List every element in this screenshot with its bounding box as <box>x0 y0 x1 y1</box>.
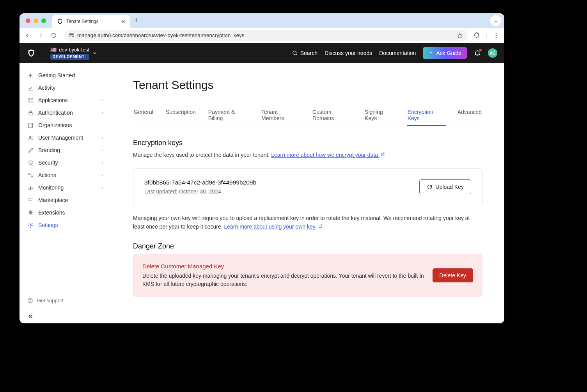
sidebar-item-getting-started[interactable]: Getting Started <box>23 69 108 82</box>
delete-key-desc: Delete the uploaded key managing your te… <box>142 272 425 288</box>
maximize-window-button[interactable] <box>41 18 46 23</box>
sidebar-item-label: User Management <box>38 135 83 141</box>
documentation-link[interactable]: Documentation <box>379 50 416 56</box>
page-title: Tenant Settings <box>133 78 482 92</box>
svg-rect-22 <box>28 200 29 201</box>
upload-key-button[interactable]: Upload Key <box>419 179 471 194</box>
danger-zone-card: Delete Customer Managed Key Delete the u… <box>133 254 482 297</box>
sidebar-item-security[interactable]: Security› <box>23 156 108 169</box>
svg-rect-8 <box>28 98 30 99</box>
reload-button[interactable] <box>51 32 59 39</box>
svg-rect-21 <box>30 198 31 199</box>
extensions-icon[interactable] <box>473 32 480 39</box>
sidebar-item-authentication[interactable]: Authentication› <box>23 106 108 119</box>
get-support-link[interactable]: Get support <box>20 292 111 309</box>
address-bar[interactable]: manage.auth0.com/dashboard/us/dev-byok-t… <box>64 30 468 41</box>
sparkle-icon <box>428 50 434 56</box>
chevron-right-icon: › <box>101 110 103 115</box>
users-icon <box>27 135 34 141</box>
tab-general[interactable]: General <box>133 105 154 126</box>
tabs-dropdown-button[interactable]: ⌄ <box>490 15 501 26</box>
sidebar-item-label: Authentication <box>38 110 73 116</box>
svg-rect-12 <box>29 112 32 115</box>
discuss-link[interactable]: Discuss your needs <box>325 50 372 56</box>
tab-custom-domains[interactable]: Custom Domains <box>312 105 353 126</box>
chevron-double-left-icon <box>27 313 34 319</box>
sidebar-item-label: Organizations <box>38 122 72 128</box>
svg-point-6 <box>496 37 497 38</box>
tab-encryption-keys[interactable]: Encryption Keys <box>407 105 446 126</box>
help-icon <box>27 298 33 303</box>
svg-point-16 <box>31 176 32 177</box>
bars-icon <box>27 184 34 191</box>
svg-point-15 <box>28 173 30 174</box>
sidebar-item-label: Monitoring <box>38 184 64 191</box>
site-settings-icon <box>69 33 74 38</box>
browser-toolbar: manage.auth0.com/dashboard/us/dev-byok-t… <box>20 28 504 43</box>
encryption-section-title: Encryption keys <box>133 139 482 147</box>
sidebar-item-label: Extensions <box>38 209 65 216</box>
env-badge: DEVELOPMENT <box>50 54 89 60</box>
learn-own-key-link[interactable]: Learn more about using your own key <box>224 223 322 230</box>
flow-icon <box>27 172 34 178</box>
svg-rect-18 <box>30 186 31 190</box>
apps-icon <box>27 97 34 103</box>
sidebar-item-applications[interactable]: Applications› <box>23 94 108 106</box>
sidebar-item-activity[interactable]: Activity <box>23 82 108 94</box>
avatar[interactable]: AC <box>488 48 497 58</box>
search-button[interactable]: Search <box>292 50 317 56</box>
grid-icon <box>27 197 34 203</box>
building-icon <box>27 122 34 128</box>
delete-key-button[interactable]: Delete Key <box>433 268 473 282</box>
sidebar-item-label: Marketplace <box>38 197 68 203</box>
close-window-button[interactable] <box>26 18 30 23</box>
close-tab-button[interactable]: ✕ <box>121 18 126 25</box>
tab-advanced[interactable]: Advanced <box>457 105 482 126</box>
sidebar-item-user-management[interactable]: User Management› <box>23 131 108 144</box>
notifications-button[interactable] <box>474 50 481 57</box>
svg-point-4 <box>496 33 497 34</box>
sidebar-item-organizations[interactable]: Organizations <box>23 119 108 131</box>
tab-signing-keys[interactable]: Signing Keys <box>364 105 396 126</box>
chevron-right-icon: › <box>101 98 103 103</box>
browser-menu-icon[interactable] <box>493 32 500 39</box>
learn-encrypt-link[interactable]: Learn more about how we encrypt your dat… <box>271 152 385 158</box>
sidebar-item-settings[interactable]: Settings <box>23 219 108 231</box>
sidebar-item-actions[interactable]: Actions› <box>23 169 108 181</box>
chevron-right-icon: › <box>101 185 103 190</box>
minimize-window-button[interactable] <box>34 18 38 23</box>
svg-point-2 <box>70 34 71 34</box>
tab-tenant-members[interactable]: Tenant Members <box>261 105 301 126</box>
delete-key-title: Delete Customer Managed Key <box>142 263 425 270</box>
svg-rect-13 <box>28 123 32 127</box>
tab-subscription[interactable]: Subscription <box>165 105 197 126</box>
auth0-logo-icon[interactable] <box>27 48 36 58</box>
sidebar-item-marketplace[interactable]: Marketplace <box>23 194 108 206</box>
browser-tab[interactable]: Tenant Settings ✕ <box>52 15 130 28</box>
sidebar-item-monitoring[interactable]: Monitoring› <box>23 181 108 194</box>
forward-button[interactable] <box>37 32 45 39</box>
bookmark-star-icon[interactable] <box>457 32 463 39</box>
svg-point-25 <box>30 224 31 226</box>
shield-icon <box>27 160 34 166</box>
search-icon <box>292 50 298 56</box>
tab-payment-billing[interactable]: Payment & Billing <box>207 105 250 126</box>
browser-window: Tenant Settings ✕ + ⌄ manage.auth0.com/d… <box>20 13 504 323</box>
new-tab-button[interactable]: + <box>134 16 138 25</box>
shield-icon <box>57 18 63 25</box>
puzzle-icon <box>27 209 34 216</box>
sidebar-item-label: Security <box>38 160 58 166</box>
app-header: 🇺🇸 dev-byok-test DEVELOPMENT Search Disc… <box>20 43 504 63</box>
sidebar-item-branding[interactable]: Branding› <box>23 144 108 156</box>
tenant-selector[interactable]: 🇺🇸 dev-byok-test DEVELOPMENT <box>50 47 97 60</box>
chevron-right-icon: › <box>101 160 103 165</box>
collapse-sidebar-button[interactable] <box>20 309 111 323</box>
tenant-name: 🇺🇸 dev-byok-test <box>50 47 89 53</box>
svg-point-5 <box>496 35 497 36</box>
back-button[interactable] <box>24 32 32 39</box>
svg-rect-11 <box>31 101 32 102</box>
brush-icon <box>27 147 34 153</box>
ask-guide-button[interactable]: Ask Guide <box>423 47 467 59</box>
sidebar-item-extensions[interactable]: Extensions <box>23 206 108 219</box>
svg-point-27 <box>30 302 30 302</box>
